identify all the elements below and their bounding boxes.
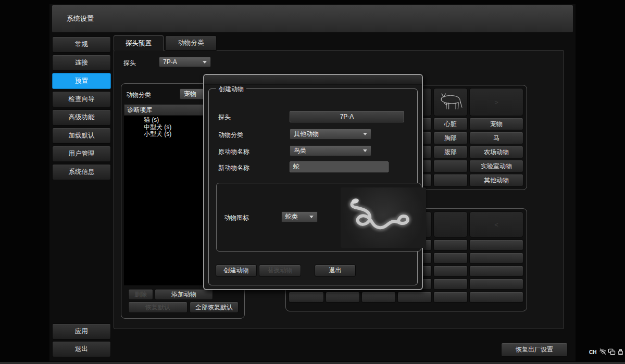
factory-reset-button[interactable]: 恢复出厂设置: [501, 343, 568, 357]
new-animal-name-input[interactable]: [290, 161, 389, 172]
dialog-source-value: 鸟类: [294, 146, 306, 155]
left-arrow-icon: <: [494, 221, 498, 229]
screen-bottom-edge: [0, 362, 625, 364]
preset-button[interactable]: [469, 266, 523, 277]
preset-button[interactable]: [469, 253, 523, 263]
dialog-probe-label: 探头: [218, 113, 231, 122]
create-animal-dialog: 创建动物 探头 7P-A 动物分类 其他动物 原动物名称 鸟类 新动物名称 动物…: [203, 74, 423, 290]
preset-button-other-animal[interactable]: 其他动物: [469, 174, 523, 186]
groupbox-title: 创建动物: [216, 85, 246, 94]
usb-device-icon: [617, 348, 624, 356]
preset-button[interactable]: [469, 279, 523, 290]
preset-button[interactable]: [433, 292, 468, 303]
dialog-category-label: 动物分类: [218, 131, 243, 140]
preset-button[interactable]: [289, 292, 324, 303]
cow-image-tile[interactable]: [433, 88, 468, 116]
sidebar-item-preset[interactable]: 预置: [52, 73, 111, 89]
dialog-category-dropdown[interactable]: 其他动物: [290, 129, 371, 140]
wifi-off-icon: [599, 348, 607, 356]
cow-icon: [436, 92, 465, 112]
preset-button[interactable]: [469, 240, 523, 250]
snake-icon: [341, 187, 426, 248]
dialog-probe-value: 7P-A: [290, 111, 404, 122]
preset-button-heart[interactable]: 心脏: [433, 118, 468, 130]
window-titlebar: 系统设置: [52, 5, 573, 32]
window-title: 系统设置: [67, 14, 94, 23]
preset-button[interactable]: [469, 292, 523, 303]
add-animal-button[interactable]: 添加动物: [155, 289, 213, 300]
preset-button-farm-animal[interactable]: 农场动物: [469, 146, 523, 158]
chevron-down-icon: [363, 149, 367, 152]
dialog-source-label: 原动物名称: [218, 147, 249, 156]
probe-label: 探头: [123, 59, 136, 68]
sidebar-item-advanced[interactable]: 高级功能: [52, 109, 111, 125]
preset-button-chest[interactable]: 胸部: [433, 132, 468, 144]
dual-screen-icon: [608, 348, 616, 356]
preset-button[interactable]: [433, 253, 468, 263]
dialog-source-dropdown[interactable]: 鸟类: [290, 145, 371, 156]
tab-animal-category[interactable]: 动物分类: [165, 35, 217, 51]
dialog-new-name-label: 新动物名称: [218, 164, 249, 172]
screen: 系统设置 常规 连接 预置 检查向导 高级功能 加载默认 用户管理 系统信息 应…: [0, 0, 625, 364]
preset-button[interactable]: [361, 292, 396, 303]
preset-button-horse[interactable]: 马: [469, 132, 523, 144]
preset-button[interactable]: [326, 292, 360, 303]
sidebar-item-connect[interactable]: 连接: [52, 55, 111, 71]
animal-icon-preview: [341, 187, 426, 248]
tab-probe-preset[interactable]: 探头预置: [114, 35, 164, 51]
dialog-icon-label: 动物图标: [224, 214, 249, 222]
sidebar-item-exam-wizard[interactable]: 检查向导: [52, 91, 111, 107]
preset-button[interactable]: [433, 160, 468, 172]
animal-icon-value: 蛇类: [285, 212, 298, 221]
chevron-down-icon: [363, 133, 367, 135]
animal-icon-groupbox: 动物图标 蛇类: [216, 183, 421, 252]
delete-button[interactable]: 删除: [128, 289, 153, 300]
chevron-down-icon: [203, 61, 207, 64]
restore-all-default-button[interactable]: 全部恢复默认: [190, 302, 239, 313]
right-arrow-icon: >: [494, 98, 498, 106]
preset-button[interactable]: [433, 266, 468, 277]
create-animal-groupbox: 创建动物 探头 7P-A 动物分类 其他动物 原动物名称 鸟类 新动物名称 动物…: [208, 89, 418, 285]
create-animal-button[interactable]: 创建动物: [216, 265, 257, 277]
animal-image-tile[interactable]: [433, 211, 468, 237]
preset-button[interactable]: [433, 279, 468, 290]
sidebar-item-user-management[interactable]: 用户管理: [52, 146, 111, 162]
animal-classification-label: 动物分类: [126, 91, 151, 99]
dialog-titlebar[interactable]: [204, 75, 422, 84]
probe-dropdown[interactable]: 7P-A: [159, 57, 211, 67]
probe-dropdown-value: 7P-A: [163, 58, 177, 66]
dialog-category-value: 其他动物: [294, 130, 319, 139]
exit-button[interactable]: 退出: [52, 341, 111, 357]
preset-button-lab-animal[interactable]: 实验室动物: [469, 160, 523, 172]
preset-button[interactable]: [433, 174, 468, 186]
sidebar-item-load-default[interactable]: 加载默认: [52, 128, 111, 144]
replace-animal-button[interactable]: 替换动物: [259, 265, 301, 277]
sidebar-item-general[interactable]: 常规: [52, 36, 111, 53]
sidebar-item-system-info[interactable]: 系统信息: [52, 164, 111, 180]
preset-button-abdomen[interactable]: 腹部: [433, 146, 468, 158]
preset-button[interactable]: [433, 240, 468, 250]
preset-button[interactable]: [397, 292, 432, 303]
dialog-exit-button[interactable]: 退出: [315, 265, 356, 277]
preset-button-pet[interactable]: 宠物: [469, 118, 523, 130]
chevron-down-icon: [309, 216, 314, 218]
language-indicator: CH: [589, 349, 596, 355]
next-page-tile[interactable]: >: [469, 88, 523, 116]
prev-page-tile[interactable]: <: [469, 211, 523, 237]
restore-default-button[interactable]: 恢复默认: [128, 302, 188, 313]
apply-button[interactable]: 应用: [52, 323, 111, 340]
animal-icon-dropdown[interactable]: 蛇类: [281, 211, 318, 222]
category-dropdown-value: 宠物: [184, 90, 196, 98]
